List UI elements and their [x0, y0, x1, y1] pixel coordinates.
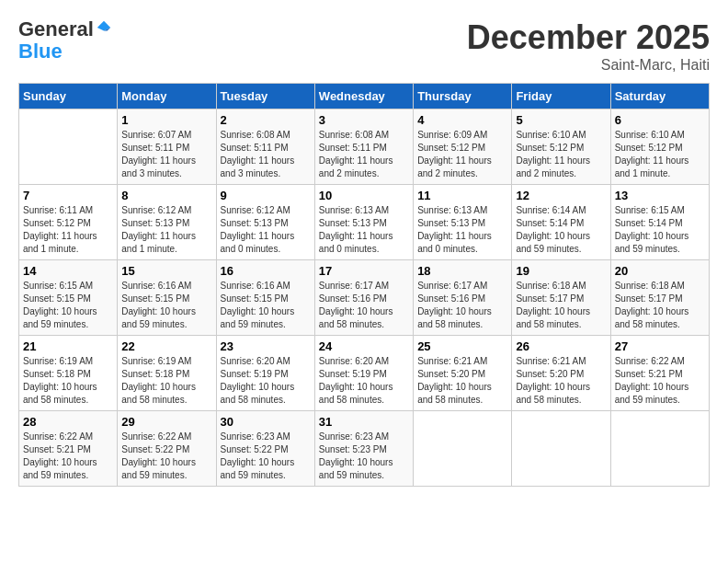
day-info: Sunrise: 6:08 AMSunset: 5:11 PMDaylight:…	[319, 129, 409, 180]
col-header-sunday: Sunday	[19, 84, 118, 109]
day-info: Sunrise: 6:08 AMSunset: 5:11 PMDaylight:…	[221, 129, 311, 180]
day-info: Sunrise: 6:23 AMSunset: 5:23 PMDaylight:…	[319, 431, 409, 482]
day-number: 10	[319, 189, 409, 202]
calendar-cell: 4Sunrise: 6:09 AMSunset: 5:12 PMDaylight…	[414, 109, 512, 185]
col-header-friday: Friday	[512, 84, 610, 109]
day-info: Sunrise: 6:17 AMSunset: 5:16 PMDaylight:…	[417, 280, 507, 331]
logo-blue-text: Blue	[18, 40, 63, 63]
calendar-cell: 3Sunrise: 6:08 AMSunset: 5:11 PMDaylight…	[314, 109, 413, 185]
day-number: 5	[516, 113, 606, 127]
calendar-cell	[414, 411, 512, 487]
day-number: 31	[319, 415, 409, 429]
day-number: 7	[23, 189, 113, 202]
calendar-cell: 18Sunrise: 6:17 AMSunset: 5:16 PMDayligh…	[414, 260, 512, 336]
calendar-week-row: 7Sunrise: 6:11 AMSunset: 5:12 PMDaylight…	[19, 185, 710, 260]
col-header-monday: Monday	[118, 84, 216, 109]
day-number: 6	[615, 113, 705, 127]
day-info: Sunrise: 6:15 AMSunset: 5:15 PMDaylight:…	[23, 280, 113, 331]
day-info: Sunrise: 6:22 AMSunset: 5:21 PMDaylight:…	[615, 355, 705, 407]
calendar-week-row: 21Sunrise: 6:19 AMSunset: 5:18 PMDayligh…	[19, 336, 710, 411]
day-number: 1	[121, 113, 211, 127]
title-block: December 2025 Saint-Marc, Haiti	[467, 18, 710, 74]
day-number: 20	[615, 264, 705, 278]
day-info: Sunrise: 6:19 AMSunset: 5:18 PMDaylight:…	[23, 355, 113, 407]
calendar-cell: 20Sunrise: 6:18 AMSunset: 5:17 PMDayligh…	[610, 260, 709, 336]
calendar-cell: 27Sunrise: 6:22 AMSunset: 5:21 PMDayligh…	[610, 336, 709, 411]
day-info: Sunrise: 6:22 AMSunset: 5:22 PMDaylight:…	[121, 431, 211, 482]
calendar-cell: 10Sunrise: 6:13 AMSunset: 5:13 PMDayligh…	[314, 185, 413, 260]
calendar-cell: 30Sunrise: 6:23 AMSunset: 5:22 PMDayligh…	[216, 411, 314, 487]
calendar-week-row: 14Sunrise: 6:15 AMSunset: 5:15 PMDayligh…	[19, 260, 710, 336]
calendar-cell: 21Sunrise: 6:19 AMSunset: 5:18 PMDayligh…	[19, 336, 118, 411]
day-number: 27	[615, 339, 705, 353]
day-number: 26	[516, 339, 606, 353]
day-info: Sunrise: 6:17 AMSunset: 5:16 PMDaylight:…	[319, 280, 409, 331]
calendar-cell: 26Sunrise: 6:21 AMSunset: 5:20 PMDayligh…	[512, 336, 610, 411]
calendar-header-row: SundayMondayTuesdayWednesdayThursdayFrid…	[19, 84, 710, 109]
page-header: General Blue December 2025 Saint-Marc, H…	[18, 18, 710, 74]
calendar-cell: 17Sunrise: 6:17 AMSunset: 5:16 PMDayligh…	[314, 260, 413, 336]
logo-general-text: General	[18, 17, 94, 40]
col-header-thursday: Thursday	[414, 84, 512, 109]
day-number: 19	[516, 264, 606, 278]
day-number: 22	[121, 339, 211, 353]
calendar-cell: 13Sunrise: 6:15 AMSunset: 5:14 PMDayligh…	[610, 185, 709, 260]
day-number: 24	[319, 339, 409, 353]
main-title: December 2025	[467, 18, 710, 57]
day-info: Sunrise: 6:22 AMSunset: 5:21 PMDaylight:…	[23, 431, 113, 482]
day-info: Sunrise: 6:23 AMSunset: 5:22 PMDaylight:…	[221, 431, 311, 482]
day-number: 30	[221, 415, 311, 429]
day-number: 17	[319, 264, 409, 278]
day-info: Sunrise: 6:20 AMSunset: 5:19 PMDaylight:…	[221, 355, 311, 407]
day-number: 15	[121, 264, 211, 278]
calendar-cell: 23Sunrise: 6:20 AMSunset: 5:19 PMDayligh…	[216, 336, 314, 411]
calendar-cell: 6Sunrise: 6:10 AMSunset: 5:12 PMDaylight…	[610, 109, 709, 185]
calendar-table: SundayMondayTuesdayWednesdayThursdayFrid…	[18, 83, 710, 487]
day-info: Sunrise: 6:10 AMSunset: 5:12 PMDaylight:…	[615, 129, 705, 180]
calendar-cell: 7Sunrise: 6:11 AMSunset: 5:12 PMDaylight…	[19, 185, 118, 260]
day-info: Sunrise: 6:21 AMSunset: 5:20 PMDaylight:…	[417, 355, 507, 407]
calendar-cell: 16Sunrise: 6:16 AMSunset: 5:15 PMDayligh…	[216, 260, 314, 336]
calendar-cell: 2Sunrise: 6:08 AMSunset: 5:11 PMDaylight…	[216, 109, 314, 185]
day-number: 12	[516, 189, 606, 202]
day-info: Sunrise: 6:19 AMSunset: 5:18 PMDaylight:…	[121, 355, 211, 407]
calendar-cell: 29Sunrise: 6:22 AMSunset: 5:22 PMDayligh…	[118, 411, 216, 487]
day-number: 9	[221, 189, 311, 202]
day-number: 16	[221, 264, 311, 278]
calendar-cell: 14Sunrise: 6:15 AMSunset: 5:15 PMDayligh…	[19, 260, 118, 336]
day-info: Sunrise: 6:11 AMSunset: 5:12 PMDaylight:…	[23, 204, 113, 256]
day-number: 3	[319, 113, 409, 127]
calendar-cell: 12Sunrise: 6:14 AMSunset: 5:14 PMDayligh…	[512, 185, 610, 260]
day-info: Sunrise: 6:12 AMSunset: 5:13 PMDaylight:…	[121, 204, 211, 256]
day-number: 25	[417, 339, 507, 353]
day-info: Sunrise: 6:18 AMSunset: 5:17 PMDaylight:…	[516, 280, 606, 331]
day-number: 23	[221, 339, 311, 353]
day-number: 18	[417, 264, 507, 278]
day-number: 14	[23, 264, 113, 278]
calendar-cell	[512, 411, 610, 487]
day-info: Sunrise: 6:13 AMSunset: 5:13 PMDaylight:…	[319, 204, 409, 256]
calendar-cell: 22Sunrise: 6:19 AMSunset: 5:18 PMDayligh…	[118, 336, 216, 411]
day-info: Sunrise: 6:16 AMSunset: 5:15 PMDaylight:…	[121, 280, 211, 331]
day-info: Sunrise: 6:13 AMSunset: 5:13 PMDaylight:…	[417, 204, 507, 256]
day-info: Sunrise: 6:12 AMSunset: 5:13 PMDaylight:…	[221, 204, 311, 256]
calendar-week-row: 28Sunrise: 6:22 AMSunset: 5:21 PMDayligh…	[19, 411, 710, 487]
subtitle: Saint-Marc, Haiti	[467, 57, 710, 74]
day-number: 21	[23, 339, 113, 353]
calendar-cell	[610, 411, 709, 487]
logo: General Blue	[18, 18, 112, 63]
calendar-cell: 1Sunrise: 6:07 AMSunset: 5:11 PMDaylight…	[118, 109, 216, 185]
calendar-cell	[19, 109, 118, 185]
day-info: Sunrise: 6:15 AMSunset: 5:14 PMDaylight:…	[615, 204, 705, 256]
day-number: 11	[417, 189, 507, 202]
col-header-tuesday: Tuesday	[216, 84, 314, 109]
calendar-cell: 9Sunrise: 6:12 AMSunset: 5:13 PMDaylight…	[216, 185, 314, 260]
calendar-cell: 5Sunrise: 6:10 AMSunset: 5:12 PMDaylight…	[512, 109, 610, 185]
calendar-cell: 28Sunrise: 6:22 AMSunset: 5:21 PMDayligh…	[19, 411, 118, 487]
day-number: 28	[23, 415, 113, 429]
day-info: Sunrise: 6:14 AMSunset: 5:14 PMDaylight:…	[516, 204, 606, 256]
day-info: Sunrise: 6:10 AMSunset: 5:12 PMDaylight:…	[516, 129, 606, 180]
day-number: 8	[121, 189, 211, 202]
calendar-cell: 25Sunrise: 6:21 AMSunset: 5:20 PMDayligh…	[414, 336, 512, 411]
day-info: Sunrise: 6:09 AMSunset: 5:12 PMDaylight:…	[417, 129, 507, 180]
